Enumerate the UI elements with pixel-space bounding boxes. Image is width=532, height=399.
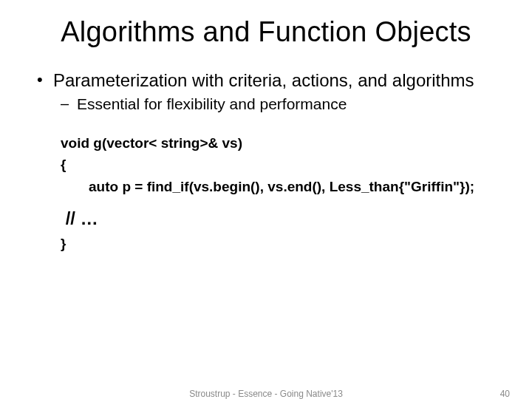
code-line: // … xyxy=(61,205,497,232)
code-line: auto p = find_if(vs.begin(), vs.end(), L… xyxy=(61,176,497,197)
code-line: { xyxy=(61,154,497,175)
slide-body: Parameterization with criteria, actions,… xyxy=(0,48,532,254)
slide-title: Algorithms and Function Objects xyxy=(0,0,532,48)
slide: Algorithms and Function Objects Paramete… xyxy=(0,0,532,399)
footer-text: Stroustrup - Essence - Going Native'13 xyxy=(189,389,343,399)
code-block: void g(vector< string>& vs) { auto p = f… xyxy=(35,132,497,254)
code-line: void g(vector< string>& vs) xyxy=(61,132,497,154)
bullet-level1: Parameterization with criteria, actions,… xyxy=(35,70,497,91)
bullet-level2: Essential for flexibility and performanc… xyxy=(35,95,497,113)
code-line: } xyxy=(61,233,497,254)
page-number: 40 xyxy=(500,389,510,399)
